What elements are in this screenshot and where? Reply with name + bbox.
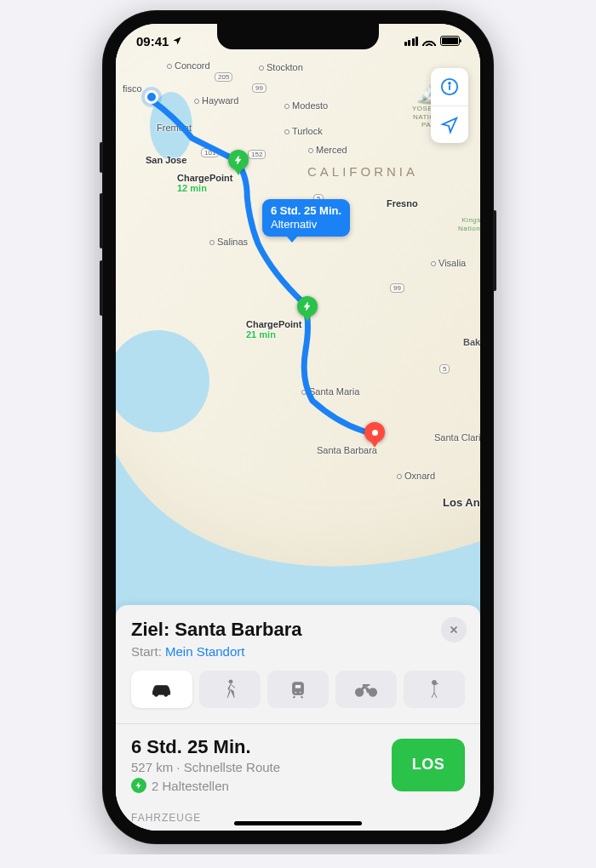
mode-bike[interactable] xyxy=(335,671,397,708)
info-button[interactable] xyxy=(431,68,468,106)
hwy-shield-4: 152 xyxy=(248,150,266,159)
charge-1-time: 12 min xyxy=(177,183,232,193)
current-location-icon xyxy=(145,90,158,104)
transport-modes xyxy=(131,671,465,708)
route-callout[interactable]: 6 Std. 25 Min. Alternativ xyxy=(262,199,350,237)
city-fremont: Fremont xyxy=(157,123,192,133)
device-mute-switch xyxy=(100,142,103,173)
city-merced: Merced xyxy=(308,145,347,155)
city-concord: Concord xyxy=(167,60,210,71)
svg-point-6 xyxy=(300,691,301,693)
route-result[interactable]: 6 Std. 25 Min. 527 km · Schnellste Route… xyxy=(131,736,465,793)
directions-sheet[interactable]: Ziel: Santa Barbara Start: Mein Standort xyxy=(116,605,480,831)
hwy-shield-2: 99 xyxy=(252,83,266,93)
start-location-link[interactable]: Mein Standort xyxy=(165,644,244,659)
battery-icon xyxy=(440,36,460,46)
city-stockton: Stockton xyxy=(259,62,303,72)
city-oxnard: Oxnard xyxy=(397,471,435,481)
park-label-kings: Kings Natione xyxy=(458,216,480,232)
svg-point-5 xyxy=(295,691,296,693)
city-hayward: Hayward xyxy=(194,95,238,106)
result-eta: 6 Std. 25 Min. xyxy=(131,736,280,758)
mode-drive[interactable] xyxy=(131,671,192,708)
divider xyxy=(116,723,480,724)
city-salinas: Salinas xyxy=(209,237,248,247)
device-notch xyxy=(217,24,379,49)
city-santabarbara: Santa Barbara xyxy=(317,445,377,455)
city-losangeles: Los Ang xyxy=(443,496,480,509)
charge-pin-2-icon[interactable] xyxy=(297,296,318,317)
destination-title: Ziel: Santa Barbara xyxy=(131,619,465,641)
device-volume-up xyxy=(100,193,103,248)
city-sanjose: San Jose xyxy=(146,155,186,165)
svg-rect-7 xyxy=(295,685,301,689)
city-sf: fisco xyxy=(123,83,142,94)
screen: 09:41 CALIFORNIA 🏔️ YOSEMITE NATIONAL PA… xyxy=(116,24,480,831)
city-bakersfield: Bak xyxy=(463,337,480,347)
cell-signal-icon xyxy=(404,37,419,46)
hwy-shield-6: 99 xyxy=(390,283,404,293)
map-controls xyxy=(431,68,468,143)
device-frame: 09:41 CALIFORNIA 🏔️ YOSEMITE NATIONAL PA… xyxy=(102,10,494,844)
city-modesto: Modesto xyxy=(284,100,328,111)
wifi-icon xyxy=(422,36,436,46)
svg-point-3 xyxy=(229,680,232,683)
charge-1-name: ChargePoint xyxy=(177,173,232,183)
city-santaclarit: Santa Clarit xyxy=(434,432,480,443)
region-label: CALIFORNIA xyxy=(307,164,418,179)
destination-pin-icon[interactable] xyxy=(364,422,385,443)
mode-transit[interactable] xyxy=(267,671,329,708)
hwy-shield-1: 205 xyxy=(215,72,232,82)
mode-walk[interactable] xyxy=(199,671,261,708)
hwy-shield-3: 101 xyxy=(201,148,219,157)
city-santamaria: Santa Maria xyxy=(301,386,359,397)
svg-point-10 xyxy=(433,681,437,685)
location-services-icon xyxy=(172,36,182,46)
go-button[interactable]: LOS xyxy=(392,739,465,791)
svg-point-2 xyxy=(449,83,450,84)
status-time: 09:41 xyxy=(136,34,182,49)
charge-pin-1-icon[interactable] xyxy=(228,150,249,170)
start-label: Start: xyxy=(131,644,162,659)
callout-eta: 6 Std. 25 Min. xyxy=(271,204,341,218)
mode-rideshare[interactable] xyxy=(404,671,465,708)
close-button[interactable] xyxy=(441,617,467,642)
result-meta: 527 km · Schnellste Route xyxy=(131,760,280,774)
recenter-button[interactable] xyxy=(431,106,468,143)
ev-bolt-icon xyxy=(131,778,146,793)
city-visalia: Visalia xyxy=(431,258,466,268)
device-volume-down xyxy=(100,260,103,316)
callout-kind: Alternativ xyxy=(271,218,341,231)
charge-2-name: ChargePoint xyxy=(246,319,301,329)
charge-2-time: 21 min xyxy=(246,329,301,340)
hwy-shield-7: 5 xyxy=(439,364,450,374)
result-stops: 2 Haltestellen xyxy=(152,779,229,793)
device-power-button xyxy=(493,210,496,291)
home-indicator[interactable] xyxy=(234,821,362,825)
city-fresno: Fresno xyxy=(387,198,418,208)
city-turlock: Turlock xyxy=(284,126,323,136)
